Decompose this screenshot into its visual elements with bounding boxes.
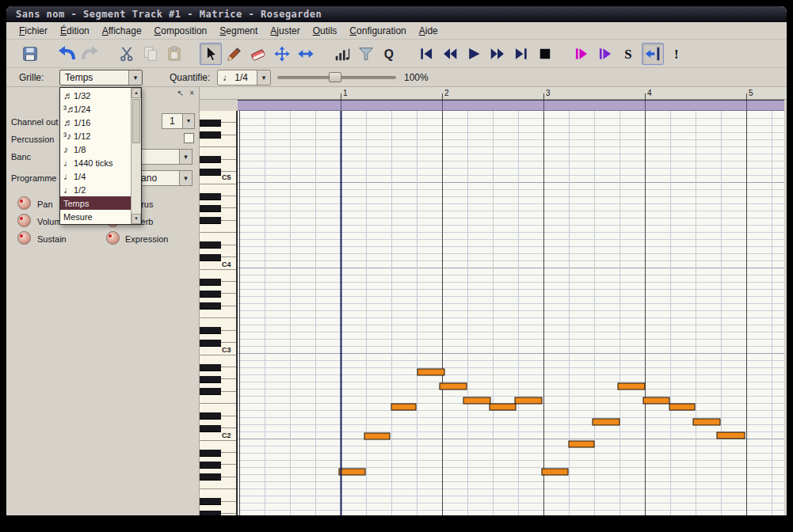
grid-option-1-24[interactable]: ³♬1/24 <box>60 102 131 116</box>
piano-black-key[interactable] <box>200 327 221 334</box>
midi-note[interactable] <box>515 397 542 404</box>
midi-note[interactable] <box>391 404 416 410</box>
grid-option-1-4[interactable]: ♩1/4 <box>60 169 131 183</box>
piano-black-key[interactable] <box>200 279 221 286</box>
copy-button[interactable] <box>139 43 162 65</box>
piano-black-key[interactable] <box>200 511 221 515</box>
undock-icon[interactable]: ↖ <box>177 89 184 97</box>
piano-black-key[interactable] <box>200 120 221 127</box>
midi-note[interactable] <box>490 404 516 410</box>
scroll-down-icon[interactable]: ▼ <box>132 214 141 224</box>
piano-black-key[interactable] <box>200 169 221 176</box>
chevron-down-icon[interactable]: ▾ <box>179 150 192 164</box>
menu-item-edition[interactable]: Édition <box>54 23 96 39</box>
piano-black-key[interactable] <box>200 498 221 505</box>
zoom-slider[interactable] <box>277 71 396 84</box>
piano-black-key[interactable] <box>200 388 221 395</box>
menu-item-outils[interactable]: Outils <box>307 23 344 39</box>
note-grid[interactable] <box>238 111 784 515</box>
piano-black-key[interactable] <box>200 193 221 200</box>
follow-button[interactable] <box>642 43 664 65</box>
midi-note[interactable] <box>440 383 467 390</box>
piano-black-key[interactable] <box>200 340 221 347</box>
grid-canvas[interactable] <box>238 111 784 515</box>
volume-knob[interactable] <box>17 214 31 227</box>
panic-button[interactable]: ! <box>665 43 688 65</box>
rewind-to-start-button[interactable] <box>415 43 437 65</box>
menu-item-composition[interactable]: Composition <box>148 23 214 39</box>
percussion-checkbox[interactable] <box>184 133 194 143</box>
menu-item-configuration[interactable]: Configuration <box>343 23 412 39</box>
grid-option-1440-ticks[interactable]: ♩1440 ticks <box>60 156 131 169</box>
midi-note[interactable] <box>618 383 645 390</box>
piano-black-key[interactable] <box>200 473 221 481</box>
midi-note[interactable] <box>693 419 720 425</box>
rewind-button[interactable] <box>439 43 461 65</box>
midi-note[interactable] <box>364 433 390 439</box>
menu-item-fichier[interactable]: Fichier <box>13 23 54 39</box>
cut-button[interactable] <box>116 43 138 65</box>
move-button[interactable] <box>271 43 293 65</box>
chevron-down-icon[interactable]: ▾ <box>128 70 142 85</box>
undo-button[interactable] <box>55 43 78 65</box>
midi-note[interactable] <box>463 397 490 404</box>
grid-option-1-2[interactable]: ♩1/2 <box>60 183 131 196</box>
midi-note[interactable] <box>717 432 745 439</box>
chevron-down-icon[interactable]: ▾ <box>182 114 194 128</box>
piano-black-key[interactable] <box>200 241 221 249</box>
scrollbar-thumb[interactable] <box>132 99 140 143</box>
piano-black-key[interactable] <box>200 254 221 261</box>
select-button[interactable] <box>200 43 222 65</box>
piano-black-key[interactable] <box>200 364 221 371</box>
midi-note[interactable] <box>569 441 594 447</box>
midi-note[interactable] <box>643 397 669 404</box>
zoom-slider-handle[interactable] <box>329 72 341 82</box>
menu-item-affichage[interactable]: Affichage <box>96 23 148 39</box>
resize-button[interactable] <box>295 43 317 65</box>
piano-black-key[interactable] <box>200 302 221 310</box>
expression-knob[interactable] <box>106 231 120 245</box>
fast-forward-button[interactable] <box>486 43 509 65</box>
redo-button[interactable] <box>79 43 101 65</box>
midi-note[interactable] <box>417 369 444 375</box>
fast-forward-to-end-button[interactable] <box>510 43 532 65</box>
menu-item-ajuster[interactable]: Ajuster <box>264 23 306 39</box>
pan-knob[interactable] <box>17 196 31 210</box>
grid-option-1-32[interactable]: ♬1/32 <box>60 89 131 102</box>
grid-option-1-8[interactable]: ♪1/8 <box>60 142 131 156</box>
menu-item-segment[interactable]: Segment <box>213 23 264 39</box>
piano-black-key[interactable] <box>200 217 221 224</box>
piano-black-key[interactable] <box>200 156 221 163</box>
scroll-up-icon[interactable]: ▲ <box>132 88 141 98</box>
grid-option-1-16[interactable]: ♬1/16 <box>60 116 131 129</box>
stop-button[interactable] <box>534 43 556 65</box>
menu-item-aide[interactable]: Aide <box>413 23 444 39</box>
filter-button[interactable] <box>355 43 377 65</box>
midi-note[interactable] <box>593 419 620 425</box>
close-panel-icon[interactable]: × <box>189 89 194 97</box>
erase-button[interactable] <box>247 43 269 65</box>
measure-ruler[interactable]: 12345 <box>200 87 787 100</box>
draw-button[interactable] <box>223 43 246 65</box>
quantify-combobox[interactable]: ♩ 1/4 ▾ <box>217 70 271 86</box>
chevron-down-icon[interactable]: ▾ <box>257 70 270 85</box>
midi-note[interactable] <box>339 469 365 475</box>
piano-black-key[interactable] <box>200 376 221 383</box>
piano-black-key[interactable] <box>200 450 221 457</box>
channel-out-spinner[interactable]: 1 ▾ <box>162 113 195 129</box>
piano-black-key[interactable] <box>200 291 221 298</box>
midi-note[interactable] <box>669 404 695 410</box>
quantize-button[interactable]: Q <box>379 43 401 65</box>
piano-black-key[interactable] <box>200 412 221 420</box>
piano-black-key[interactable] <box>200 131 221 139</box>
punch-in-button[interactable] <box>570 43 593 65</box>
save-button[interactable] <box>19 43 41 65</box>
midi-note[interactable] <box>542 469 568 475</box>
punch-out-button[interactable] <box>594 43 616 65</box>
titlebar[interactable]: Sans nom - Segment Track #1 - Matrice - … <box>6 6 787 22</box>
dropdown-scrollbar[interactable]: ▲ ▼ <box>131 88 141 224</box>
piano-black-key[interactable] <box>200 205 221 212</box>
grille-combobox[interactable]: Temps ▾ <box>59 70 143 86</box>
chevron-down-icon[interactable]: ▾ <box>179 171 192 185</box>
velocity-button[interactable] <box>331 43 353 65</box>
